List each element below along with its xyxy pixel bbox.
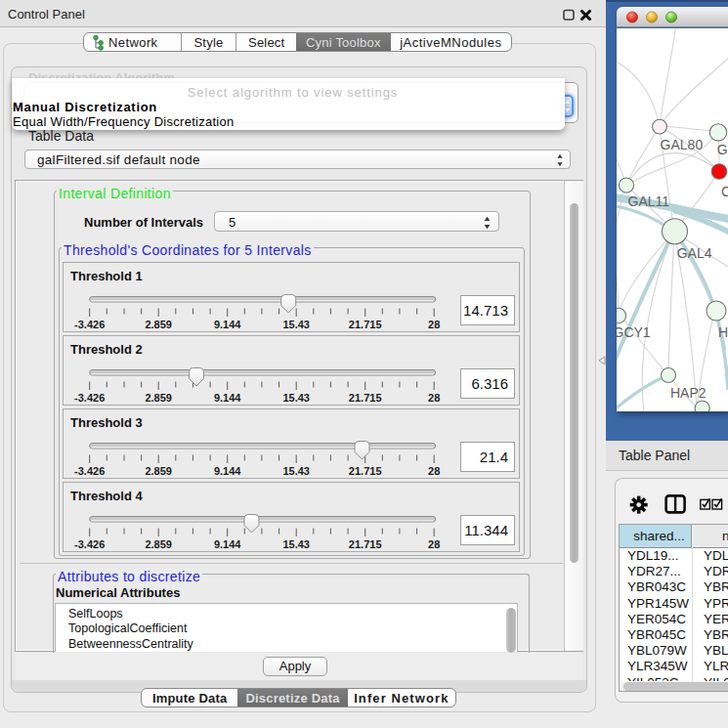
svg-text:28: 28 [428, 538, 440, 550]
svg-text:28: 28 [428, 392, 440, 404]
svg-text:21.715: 21.715 [349, 538, 382, 550]
svg-text:GCY1: GCY1 [617, 324, 651, 340]
svg-text:G.: G. [717, 142, 728, 157]
svg-text:-3.426: -3.426 [74, 392, 105, 404]
svg-text:-3.426: -3.426 [74, 465, 105, 477]
svg-text:28: 28 [428, 319, 440, 330]
svg-text:HAP2: HAP2 [670, 385, 707, 401]
svg-text:15.43: 15.43 [282, 538, 310, 550]
svg-text:2.859: 2.859 [145, 319, 172, 330]
svg-text:15.43: 15.43 [282, 319, 310, 330]
svg-text:2.859: 2.859 [145, 465, 172, 477]
svg-text:C: C [721, 184, 728, 199]
svg-text:9.144: 9.144 [214, 392, 241, 404]
svg-text:-3.426: -3.426 [74, 538, 105, 550]
svg-text:9.144: 9.144 [214, 538, 241, 550]
svg-text:H: H [718, 324, 728, 340]
svg-text:21.715: 21.715 [349, 392, 382, 404]
svg-text:28: 28 [428, 465, 440, 477]
svg-text:-3.426: -3.426 [74, 319, 105, 330]
svg-text:GAL11: GAL11 [628, 193, 670, 209]
svg-text:21.715: 21.715 [349, 319, 382, 330]
svg-text:9.144: 9.144 [214, 319, 241, 330]
svg-text:GAL4: GAL4 [677, 245, 712, 261]
svg-text:9.144: 9.144 [214, 465, 241, 477]
svg-text:15.43: 15.43 [282, 465, 310, 477]
svg-text:2.859: 2.859 [145, 392, 172, 404]
svg-text:21.715: 21.715 [349, 465, 382, 477]
svg-text:GAL80: GAL80 [661, 137, 704, 152]
svg-text:15.43: 15.43 [282, 392, 310, 404]
svg-text:2.859: 2.859 [145, 538, 172, 550]
